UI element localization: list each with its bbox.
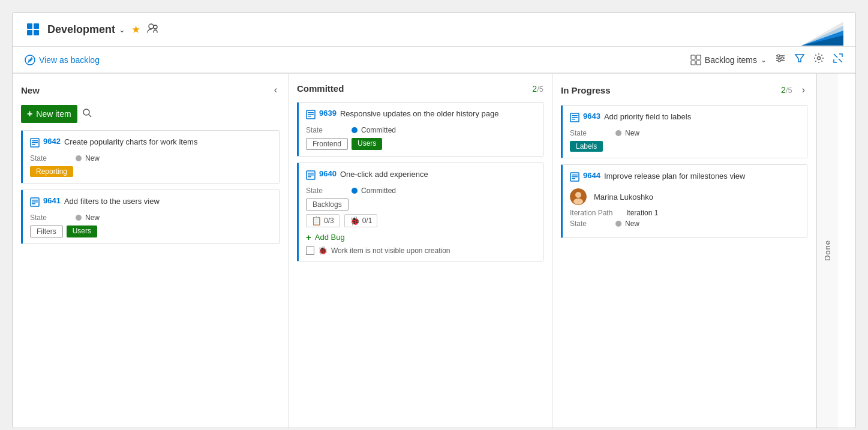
toolbar-left: View as backlog: [25, 55, 100, 65]
work-item-visibility-label: Work item is not visible upon creation: [331, 246, 450, 255]
card-9641-state-value: New: [85, 214, 100, 222]
card-9643-state-label: State: [570, 129, 612, 137]
visibility-checkbox[interactable]: [306, 246, 314, 255]
card-9639-title: Responsive updates on the older history …: [340, 109, 499, 119]
bug-count-pill[interactable]: 🐞 0/1: [344, 214, 378, 227]
work-item-icon: [30, 197, 40, 209]
svg-point-19: [781, 57, 783, 59]
svg-line-24: [89, 115, 91, 117]
toolbar: View as backlog Backlog items ⌄: [13, 47, 855, 74]
expand-icon[interactable]: [833, 53, 843, 67]
svg-rect-44: [572, 119, 575, 120]
card-9643-state-row: State New: [570, 129, 800, 137]
svg-rect-28: [32, 144, 35, 145]
card-9644-state-row: State New: [570, 219, 800, 228]
task-icon: 📋: [311, 216, 322, 225]
card-9640-state-row: State Committed: [306, 187, 536, 195]
new-item-label: New item: [36, 109, 71, 119]
card-9643-state-value: New: [625, 129, 639, 137]
header: Development ⌄ ★: [13, 13, 855, 47]
bug-count: 0/1: [362, 216, 373, 225]
settings-icon[interactable]: [813, 53, 824, 67]
tag-users[interactable]: Users: [67, 225, 97, 237]
card-9641-title-row: 9641 Add filters to the users view: [30, 196, 272, 209]
view-as-backlog-button[interactable]: View as backlog: [25, 55, 100, 65]
backlog-items-chevron-icon[interactable]: ⌄: [761, 56, 767, 64]
card-9639-tags: Frontend Users: [306, 138, 536, 150]
toolbar-right: Backlog items ⌄: [690, 53, 843, 67]
svg-rect-14: [696, 61, 701, 65]
iteration-path-value: Iteration 1: [626, 209, 658, 217]
card-9643-id: 9643: [583, 112, 600, 121]
card-9639[interactable]: 9639 Responsive updates on the older his…: [297, 102, 543, 157]
card-9643-tags: Labels: [570, 141, 800, 152]
sub-items-row: 📋 0/3 🐞 0/1: [306, 214, 536, 227]
svg-rect-38: [308, 173, 314, 174]
card-9642-title: Create popularity charts for work items: [64, 137, 198, 148]
tag-filters[interactable]: Filters: [30, 225, 63, 237]
card-9642-tags: Reporting: [30, 166, 272, 177]
tag-reporting[interactable]: Reporting: [30, 166, 73, 177]
column-committed-count: 2/5: [532, 84, 543, 94]
backlog-items-label: Backlog items: [705, 55, 757, 65]
add-bug-row[interactable]: + Add Bug: [306, 232, 536, 242]
card-9639-state-value: Committed: [361, 126, 396, 134]
column-in-progress-nav-right[interactable]: ›: [800, 83, 807, 97]
svg-point-5: [154, 25, 157, 29]
svg-rect-32: [32, 203, 35, 205]
card-9643-state-dot: [615, 130, 621, 136]
card-9642-title-row: 9642 Create popularity charts for work i…: [30, 137, 272, 149]
card-9640[interactable]: 9640 One-click add experience State Comm…: [297, 163, 543, 261]
svg-rect-26: [32, 140, 38, 142]
column-new-title: New: [21, 85, 40, 95]
work-item-icon: [570, 172, 579, 184]
column-new-nav-left[interactable]: ‹: [272, 83, 280, 97]
tag-labels[interactable]: Labels: [570, 141, 603, 152]
svg-rect-30: [32, 200, 38, 201]
card-9644[interactable]: 9644 Improve release plan for milestones…: [561, 164, 807, 238]
svg-rect-3: [34, 30, 39, 35]
iteration-path-label: Iteration Path: [570, 209, 624, 217]
column-options-icon[interactable]: [775, 53, 786, 67]
team-members-icon[interactable]: [146, 22, 158, 37]
svg-point-23: [83, 109, 89, 115]
card-9644-state-label: State: [570, 219, 612, 228]
column-in-progress-header: In Progress 2/5 ›: [561, 83, 807, 97]
card-9641-id: 9641: [43, 196, 61, 205]
new-item-button[interactable]: + New item: [21, 105, 77, 123]
task-count-pill[interactable]: 📋 0/3: [306, 214, 340, 227]
card-9644-assignee-name: Marina Lukoshko: [594, 193, 653, 202]
favorite-star-icon[interactable]: ★: [131, 23, 140, 36]
tag-backlogs[interactable]: Backlogs: [306, 199, 349, 211]
column-in-progress-count: 2/5: [781, 85, 792, 95]
svg-rect-47: [572, 176, 578, 178]
search-button[interactable]: [82, 108, 92, 120]
svg-rect-48: [572, 178, 575, 179]
app-logo: [25, 21, 41, 38]
card-9642[interactable]: 9642 Create popularity charts for work i…: [21, 130, 280, 184]
title-chevron-icon[interactable]: ⌄: [119, 25, 125, 34]
tag-frontend[interactable]: Frontend: [306, 138, 348, 150]
card-9643[interactable]: 9643 Add priority field to labels State …: [561, 105, 807, 158]
filter-icon[interactable]: [794, 53, 805, 67]
svg-rect-1: [34, 23, 39, 29]
card-9644-state-value: New: [625, 219, 639, 228]
svg-rect-43: [572, 117, 578, 118]
tag-users-2[interactable]: Users: [352, 138, 382, 150]
card-9642-state-dot: [76, 155, 82, 161]
card-9639-state-label: State: [306, 126, 348, 134]
bug-icon-2: 🐞: [318, 246, 328, 255]
backlog-items-button[interactable]: Backlog items ⌄: [690, 55, 767, 65]
svg-point-22: [818, 57, 821, 60]
kanban-board: New ‹ + New item: [13, 74, 855, 428]
card-9639-title-row: 9639 Responsive updates on the older his…: [306, 109, 536, 121]
column-committed-title: Committed: [297, 83, 344, 94]
card-9641[interactable]: 9641 Add filters to the users view State…: [21, 190, 280, 244]
card-9641-state-row: State New: [30, 214, 272, 222]
svg-point-50: [575, 192, 581, 198]
card-9644-assignee-row: Marina Lukoshko: [570, 188, 800, 205]
project-title: Development: [47, 23, 115, 36]
column-new: New ‹ + New item: [13, 74, 289, 428]
column-done: Done: [816, 74, 838, 428]
card-9640-state-value: Committed: [361, 187, 396, 195]
